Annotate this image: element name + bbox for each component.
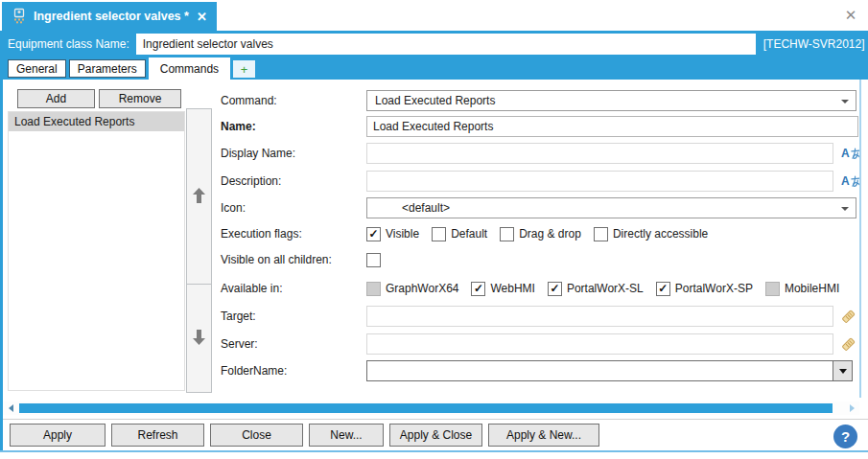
checkbox-label: PortalWorX-SP bbox=[675, 282, 753, 295]
description-row: Description: A bbox=[221, 171, 861, 192]
up-arrow-icon bbox=[193, 188, 205, 206]
content-left-border bbox=[0, 80, 3, 451]
server-row: Server: bbox=[221, 333, 856, 355]
chevron-down-icon bbox=[841, 100, 849, 103]
localize-icon[interactable]: A bbox=[841, 174, 861, 188]
flag-drag-drop[interactable]: ✓ Drag & drop bbox=[500, 227, 581, 241]
tag-icon[interactable] bbox=[841, 310, 856, 324]
titlebar: Ingredient selector valves * ✕ ✕ bbox=[0, 0, 868, 31]
apply-button[interactable]: Apply bbox=[10, 424, 106, 447]
execution-flags-label: Execution flags: bbox=[221, 227, 366, 241]
available-webhmi[interactable]: ✓ WebHMI bbox=[471, 282, 534, 296]
available-mobilehmi: ✓ MobileHMI bbox=[765, 282, 839, 296]
visible-children-label: Visible on all children: bbox=[221, 253, 366, 266]
command-row: Command: Load Executed Reports bbox=[221, 90, 856, 111]
display-name-label: Display Name: bbox=[221, 147, 366, 160]
available-portalworx-sl[interactable]: ✓ PortalWorX-SL bbox=[548, 282, 644, 296]
portalworx-sp-checkbox[interactable]: ✓ bbox=[656, 282, 670, 296]
tab-parameters[interactable]: Parameters bbox=[69, 59, 146, 78]
commands-tab-panel: Add Remove Load Executed Reports Command… bbox=[0, 80, 868, 402]
checkbox-label: Visible bbox=[386, 227, 419, 241]
display-name-input[interactable] bbox=[366, 143, 833, 164]
target-input[interactable] bbox=[366, 306, 833, 327]
name-row: Name: bbox=[221, 116, 858, 137]
tag-icon[interactable] bbox=[841, 337, 856, 352]
tab-general[interactable]: General bbox=[8, 59, 66, 78]
server-input[interactable] bbox=[366, 333, 833, 355]
webhmi-checkbox[interactable]: ✓ bbox=[471, 282, 485, 296]
tab-strip: General Parameters Commands + bbox=[0, 57, 868, 80]
server-badge: [TECHW-SVR2012] bbox=[763, 37, 865, 51]
graphworx64-checkbox: ✓ bbox=[366, 282, 381, 296]
description-input[interactable] bbox=[366, 171, 833, 192]
localize-a-glyph: A bbox=[841, 174, 850, 188]
refresh-button[interactable]: Refresh bbox=[111, 424, 204, 447]
drag-drop-checkbox[interactable]: ✓ bbox=[500, 227, 514, 241]
checkbox-label: GraphWorX64 bbox=[386, 282, 458, 295]
move-up-button[interactable] bbox=[186, 108, 212, 285]
equipment-class-icon bbox=[12, 7, 27, 27]
check-icon: ✓ bbox=[658, 282, 668, 295]
add-button[interactable]: Add bbox=[17, 89, 95, 108]
tab-commands[interactable]: Commands bbox=[149, 57, 230, 80]
footer-bar: Apply Refresh Close New... Apply & Close… bbox=[0, 420, 868, 450]
command-dropdown[interactable]: Load Executed Reports bbox=[366, 90, 856, 111]
icon-row: Icon: <default> bbox=[221, 197, 856, 218]
list-item[interactable]: Load Executed Reports bbox=[9, 112, 184, 131]
reorder-column bbox=[186, 108, 212, 393]
check-icon: ✓ bbox=[474, 282, 483, 295]
description-label: Description: bbox=[221, 174, 366, 188]
available-graphworx64: ✓ GraphWorX64 bbox=[366, 282, 458, 296]
portalworx-sl-checkbox[interactable]: ✓ bbox=[548, 282, 562, 296]
equipment-class-editor-window: Ingredient selector valves * ✕ ✕ Equipme… bbox=[0, 0, 868, 459]
header-band: Equipment class Name: [TECHW-SVR2012] Ge… bbox=[0, 31, 868, 80]
default-checkbox[interactable]: ✓ bbox=[432, 227, 446, 241]
apply-close-button[interactable]: Apply & Close bbox=[389, 424, 482, 447]
add-tab-button[interactable]: + bbox=[233, 60, 255, 78]
visible-children-checkbox[interactable]: ✓ bbox=[366, 253, 381, 267]
check-icon: ✓ bbox=[368, 227, 378, 241]
checkbox-label: PortalWorX-SL bbox=[567, 282, 644, 295]
move-down-button[interactable] bbox=[186, 284, 212, 393]
checkbox-label: Drag & drop bbox=[519, 227, 581, 241]
scroll-right-icon[interactable] bbox=[850, 404, 855, 412]
icon-label: Icon: bbox=[221, 201, 366, 215]
available-portalworx-sp[interactable]: ✓ PortalWorX-SP bbox=[656, 282, 753, 296]
scroll-left-icon[interactable] bbox=[9, 404, 13, 412]
checkbox-label: WebHMI bbox=[490, 282, 534, 295]
window-bottom-border bbox=[0, 450, 868, 452]
new-button[interactable]: New... bbox=[309, 424, 384, 447]
scrollbar-thumb[interactable] bbox=[19, 403, 833, 413]
remove-button[interactable]: Remove bbox=[99, 89, 181, 108]
checkbox-label: Directly accessible bbox=[613, 227, 708, 241]
close-button[interactable]: Close bbox=[210, 424, 303, 447]
flag-default[interactable]: ✓ Default bbox=[432, 227, 487, 241]
apply-new-button[interactable]: Apply & New... bbox=[488, 424, 599, 447]
flag-directly-accessible[interactable]: ✓ Directly accessible bbox=[594, 227, 708, 241]
icon-dropdown[interactable]: <default> bbox=[366, 197, 856, 218]
document-title: Ingredient selector valves * bbox=[34, 10, 189, 23]
horizontal-scrollbar[interactable] bbox=[3, 402, 859, 415]
directly-accessible-checkbox[interactable]: ✓ bbox=[594, 227, 608, 241]
folder-name-label: FolderName: bbox=[221, 364, 366, 378]
document-tab[interactable]: Ingredient selector valves * ✕ bbox=[2, 2, 217, 31]
visible-checkbox[interactable]: ✓ bbox=[366, 227, 381, 241]
down-arrow-icon bbox=[193, 330, 205, 348]
tab-close-icon[interactable]: ✕ bbox=[197, 10, 207, 24]
folder-name-combobox[interactable] bbox=[366, 360, 853, 381]
flag-visible[interactable]: ✓ Visible bbox=[366, 227, 419, 241]
available-in-label: Available in: bbox=[221, 282, 366, 295]
equipment-name-input[interactable] bbox=[136, 34, 756, 55]
name-input[interactable] bbox=[366, 116, 858, 137]
available-in-row: Available in: ✓ GraphWorX64 ✓ WebHMI ✓ P… bbox=[221, 281, 852, 296]
server-label: Server: bbox=[221, 337, 366, 351]
execution-flags-row: Execution flags: ✓ Visible ✓ Default ✓ D… bbox=[221, 226, 720, 241]
equipment-name-label: Equipment class Name: bbox=[8, 37, 129, 51]
display-name-row: Display Name: A bbox=[221, 143, 861, 164]
folder-name-row: FolderName: bbox=[221, 360, 853, 381]
localize-icon[interactable]: A bbox=[841, 147, 861, 160]
window-close-icon[interactable]: ✕ bbox=[841, 6, 860, 25]
help-icon[interactable]: ? bbox=[833, 425, 857, 448]
target-label: Target: bbox=[221, 310, 366, 323]
folder-dropdown-button[interactable] bbox=[833, 361, 852, 380]
